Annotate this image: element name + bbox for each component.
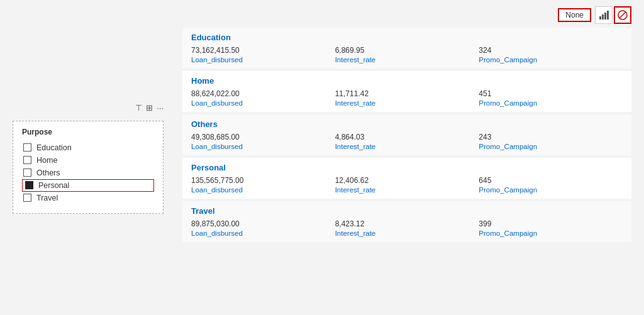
checkbox-education[interactable]: [23, 143, 31, 152]
slicer-item-education[interactable]: Education: [22, 141, 154, 154]
group-cell-2: 324Promo_Campaign: [479, 46, 623, 64]
svg-rect-3: [607, 11, 609, 19]
slicer-item-home[interactable]: Home: [22, 154, 154, 167]
data-group-personal: Personal135,565,775.00Loan_disbursed12,4…: [182, 158, 631, 199]
cell-value: 49,308,685.00: [191, 133, 335, 141]
chart-icon-button[interactable]: [595, 6, 613, 24]
group-cell-0: 88,624,022.00Loan_disbursed: [191, 89, 335, 107]
slicer-label-travel: Travel: [36, 194, 58, 202]
cell-label: Loan_disbursed: [191, 99, 335, 107]
data-group-others: Others49,308,685.00Loan_disbursed4,864.0…: [182, 114, 631, 155]
cell-label: Promo_Campaign: [479, 99, 623, 107]
cell-label: Promo_Campaign: [479, 56, 623, 64]
data-group-home: Home88,624,022.00Loan_disbursed11,711.42…: [182, 71, 631, 112]
more-icon[interactable]: ···: [157, 103, 164, 113]
cell-label: Promo_Campaign: [479, 186, 623, 194]
right-panel: None Educatio: [176, 0, 644, 315]
data-table: Education73,162,415.50Loan_disbursed6,86…: [182, 28, 631, 309]
cell-value: 645: [479, 176, 623, 185]
slicer-item-others[interactable]: Others: [22, 167, 154, 179]
top-toolbar: None: [182, 6, 631, 24]
group-cell-1: 6,869.95Interest_rate: [335, 46, 479, 64]
cell-value: 324: [479, 46, 623, 55]
chart-icon: [599, 10, 609, 20]
group-cell-2: 243Promo_Campaign: [479, 133, 623, 150]
slicer-title: Purpose: [22, 128, 154, 136]
main-container: ⊤ ⊞ ··· Purpose EducationHomeOthersPerso…: [0, 0, 644, 315]
group-name-home: Home: [191, 76, 623, 86]
group-row: 73,162,415.50Loan_disbursed6,869.95Inter…: [191, 46, 623, 64]
cell-value: 135,565,775.00: [191, 176, 335, 185]
slicer-item-personal[interactable]: Personal: [22, 179, 154, 192]
group-row: 49,308,685.00Loan_disbursed4,864.03Inter…: [191, 133, 623, 150]
cell-label: Loan_disbursed: [191, 143, 335, 150]
group-cell-0: 73,162,415.50Loan_disbursed: [191, 46, 335, 64]
group-name-others: Others: [191, 119, 623, 129]
cell-value: 399: [479, 219, 623, 228]
slicer-card: Purpose EducationHomeOthersPersonalTrave…: [13, 121, 164, 214]
group-name-education: Education: [191, 33, 623, 42]
cell-value: 12,406.62: [335, 176, 479, 185]
svg-rect-0: [599, 16, 601, 19]
slicer-wrapper: ⊤ ⊞ ··· Purpose EducationHomeOthersPerso…: [13, 121, 164, 214]
slicer-label-personal: Personal: [38, 181, 69, 190]
group-cell-2: 645Promo_Campaign: [479, 176, 623, 194]
cell-value: 6,869.95: [335, 46, 479, 55]
cell-label: Loan_disbursed: [191, 186, 335, 194]
group-cell-1: 12,406.62Interest_rate: [335, 176, 479, 194]
cell-value: 8,423.12: [335, 219, 479, 228]
left-panel: ⊤ ⊞ ··· Purpose EducationHomeOthersPerso…: [0, 0, 176, 315]
cell-label: Interest_rate: [335, 99, 479, 107]
group-cell-0: 89,875,030.00Loan_disbursed: [191, 219, 335, 237]
data-group-education: Education73,162,415.50Loan_disbursed6,86…: [182, 28, 631, 69]
svg-line-5: [619, 12, 626, 18]
svg-rect-2: [604, 13, 606, 19]
filter-icon[interactable]: ⊤: [135, 103, 142, 113]
cell-label: Loan_disbursed: [191, 56, 335, 64]
block-icon-button[interactable]: [614, 6, 631, 24]
group-name-travel: Travel: [191, 206, 623, 216]
group-cell-0: 49,308,685.00Loan_disbursed: [191, 133, 335, 150]
cell-value: 73,162,415.50: [191, 46, 335, 55]
group-name-personal: Personal: [191, 163, 623, 172]
expand-icon[interactable]: ⊞: [146, 103, 153, 113]
cell-value: 89,875,030.00: [191, 219, 335, 228]
group-cell-1: 11,711.42Interest_rate: [335, 89, 479, 107]
cell-label: Interest_rate: [335, 186, 479, 194]
group-cell-1: 4,864.03Interest_rate: [335, 133, 479, 150]
group-row: 89,875,030.00Loan_disbursed8,423.12Inter…: [191, 219, 623, 237]
cell-value: 4,864.03: [335, 133, 479, 141]
checkbox-others[interactable]: [23, 169, 31, 177]
cell-label: Interest_rate: [335, 229, 479, 237]
slicer-items-container: EducationHomeOthersPersonalTravel: [22, 141, 154, 204]
checkbox-travel[interactable]: [23, 194, 31, 202]
data-group-travel: Travel89,875,030.00Loan_disbursed8,423.1…: [182, 201, 631, 242]
group-cell-0: 135,565,775.00Loan_disbursed: [191, 176, 335, 194]
cell-label: Promo_Campaign: [479, 229, 623, 237]
slicer-label-home: Home: [36, 156, 57, 165]
checkbox-home[interactable]: [23, 156, 31, 164]
group-row: 88,624,022.00Loan_disbursed11,711.42Inte…: [191, 89, 623, 107]
group-cell-2: 451Promo_Campaign: [479, 89, 623, 107]
slicer-item-travel[interactable]: Travel: [22, 192, 154, 204]
group-row: 135,565,775.00Loan_disbursed12,406.62Int…: [191, 176, 623, 194]
cell-value: 243: [479, 133, 623, 141]
cell-value: 451: [479, 89, 623, 98]
block-icon: [618, 10, 628, 20]
cell-label: Interest_rate: [335, 143, 479, 150]
slicer-label-education: Education: [36, 143, 72, 152]
cell-label: Promo_Campaign: [479, 143, 623, 150]
toolbar-icons: [595, 6, 631, 24]
cell-label: Interest_rate: [335, 56, 479, 64]
slicer-toolbar: ⊤ ⊞ ···: [135, 103, 164, 113]
cell-label: Loan_disbursed: [191, 229, 335, 237]
svg-rect-1: [602, 14, 604, 19]
cell-value: 88,624,022.00: [191, 89, 335, 98]
checkbox-personal[interactable]: [25, 181, 33, 189]
none-button[interactable]: None: [558, 8, 591, 22]
slicer-label-others: Others: [36, 169, 60, 177]
group-cell-2: 399Promo_Campaign: [479, 219, 623, 237]
group-cell-1: 8,423.12Interest_rate: [335, 219, 479, 237]
cell-value: 11,711.42: [335, 89, 479, 98]
